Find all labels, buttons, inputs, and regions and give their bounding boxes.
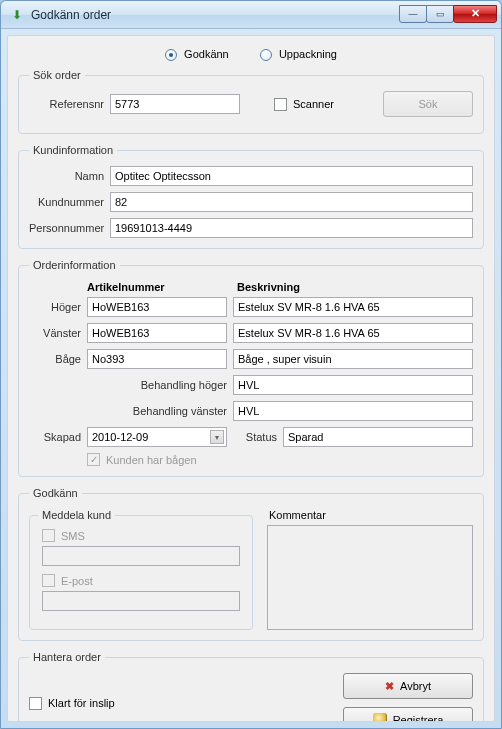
- frame-label: Båge: [29, 353, 81, 365]
- customer-ssn-input[interactable]: [110, 218, 473, 238]
- left-label: Vänster: [29, 327, 81, 339]
- notify-email-label: E-post: [61, 575, 93, 587]
- mode-approve-label: Godkänn: [184, 48, 229, 60]
- register-button-label: Registrera: [393, 714, 444, 722]
- status-label: Status: [233, 431, 277, 443]
- customer-has-frame-checkbox: ✓ Kunden har bågen: [87, 453, 197, 466]
- mode-unpack-radio[interactable]: Uppackning: [260, 48, 337, 60]
- checkbox-checked-disabled-icon: ✓: [87, 453, 100, 466]
- col-article-header: Artikelnummer: [87, 281, 237, 293]
- app-icon: ⬇: [9, 7, 25, 23]
- window: ⬇ Godkänn order — ▭ ✕ Godkänn Uppackning…: [0, 0, 502, 729]
- search-order-legend: Sök order: [29, 69, 85, 81]
- customer-ssn-label: Personnummer: [29, 222, 104, 234]
- col-desc-header: Beskrivning: [237, 281, 473, 293]
- approve-arrow-icon: ⬇: [12, 8, 22, 22]
- client-area: Godkänn Uppackning Sök order Referensnr …: [7, 35, 495, 722]
- right-article-input[interactable]: [87, 297, 227, 317]
- created-date-value: 2010-12-09: [92, 431, 148, 443]
- maximize-icon: ▭: [436, 9, 445, 19]
- customer-name-label: Namn: [29, 170, 104, 182]
- order-header-row: Artikelnummer Beskrivning: [29, 281, 473, 293]
- approve-group: Godkänn Meddela kund SMS E-post: [18, 487, 484, 641]
- frame-article-input[interactable]: [87, 349, 227, 369]
- created-date-picker[interactable]: 2010-12-09 ▾: [87, 427, 227, 447]
- customer-number-label: Kundnummer: [29, 196, 104, 208]
- reference-input[interactable]: [110, 94, 240, 114]
- window-controls: — ▭ ✕: [400, 5, 497, 25]
- comment-textarea: [267, 525, 473, 630]
- mode-unpack-label: Uppackning: [279, 48, 337, 60]
- right-label: Höger: [29, 301, 81, 313]
- scanner-label: Scanner: [293, 98, 334, 110]
- treat-left-label: Behandling vänster: [29, 405, 227, 417]
- close-icon: ✕: [471, 7, 480, 20]
- radio-checked-icon: [165, 49, 177, 61]
- left-desc-input[interactable]: [233, 323, 473, 343]
- customer-number-input[interactable]: [110, 192, 473, 212]
- manage-order-group: Hantera order Klart för inslip ✖ Avbryt: [18, 651, 484, 722]
- treat-left-input[interactable]: [233, 401, 473, 421]
- approve-legend: Godkänn: [29, 487, 82, 499]
- ready-for-inslip-checkbox[interactable]: Klart för inslip: [29, 697, 115, 710]
- radio-unchecked-icon: [260, 49, 272, 61]
- notify-email-checkbox: E-post: [42, 574, 240, 587]
- scanner-checkbox[interactable]: Scanner: [274, 98, 334, 111]
- notify-customer-group: Meddela kund SMS E-post: [29, 509, 253, 630]
- reference-label: Referensnr: [29, 98, 104, 110]
- manage-order-legend: Hantera order: [29, 651, 105, 663]
- search-order-group: Sök order Referensnr Scanner Sök: [18, 69, 484, 134]
- window-title: Godkänn order: [31, 8, 400, 22]
- left-article-input[interactable]: [87, 323, 227, 343]
- maximize-button[interactable]: ▭: [426, 5, 454, 23]
- cancel-button[interactable]: ✖ Avbryt: [343, 673, 473, 699]
- order-info-group: Orderinformation Artikelnummer Beskrivni…: [18, 259, 484, 477]
- comment-label: Kommentar: [269, 509, 473, 521]
- notify-sms-label: SMS: [61, 530, 85, 542]
- titlebar: ⬇ Godkänn order — ▭ ✕: [1, 1, 501, 29]
- mode-approve-radio[interactable]: Godkänn: [165, 48, 232, 60]
- search-button-label: Sök: [419, 98, 438, 110]
- search-button[interactable]: Sök: [383, 91, 473, 117]
- frame-desc-input[interactable]: [233, 349, 473, 369]
- minimize-icon: —: [409, 9, 418, 19]
- customer-info-legend: Kundinformation: [29, 144, 117, 156]
- mode-radio-group: Godkänn Uppackning: [18, 44, 484, 69]
- checkbox-disabled-icon: [42, 574, 55, 587]
- notify-sms-checkbox: SMS: [42, 529, 240, 542]
- register-icon: [373, 713, 387, 722]
- notify-sms-input: [42, 546, 240, 566]
- customer-info-group: Kundinformation Namn Kundnummer Personnu…: [18, 144, 484, 249]
- right-desc-input[interactable]: [233, 297, 473, 317]
- status-input[interactable]: [283, 427, 473, 447]
- checkbox-disabled-icon: [42, 529, 55, 542]
- close-button[interactable]: ✕: [453, 5, 497, 23]
- register-button[interactable]: Registrera: [343, 707, 473, 722]
- customer-name-input[interactable]: [110, 166, 473, 186]
- notify-email-input: [42, 591, 240, 611]
- created-label: Skapad: [29, 431, 81, 443]
- order-info-legend: Orderinformation: [29, 259, 120, 271]
- minimize-button[interactable]: —: [399, 5, 427, 23]
- cancel-icon: ✖: [385, 680, 394, 693]
- notify-customer-legend: Meddela kund: [38, 509, 115, 521]
- checkbox-unchecked-icon: [29, 697, 42, 710]
- treat-right-input[interactable]: [233, 375, 473, 395]
- treat-right-label: Behandling höger: [29, 379, 227, 391]
- ready-for-inslip-label: Klart för inslip: [48, 697, 115, 709]
- customer-has-frame-label: Kunden har bågen: [106, 454, 197, 466]
- cancel-button-label: Avbryt: [400, 680, 431, 692]
- chevron-down-icon: ▾: [210, 430, 224, 444]
- checkbox-unchecked-icon: [274, 98, 287, 111]
